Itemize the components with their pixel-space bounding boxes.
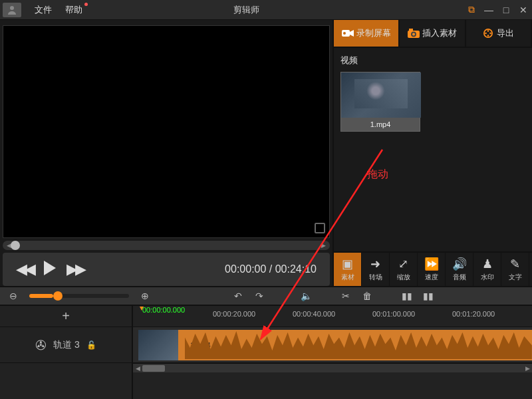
tool-text[interactable]: ✎文字: [501, 253, 529, 286]
track-name: 轨道 3: [53, 339, 80, 351]
cut-button[interactable]: ✂: [338, 288, 354, 304]
top-tabs: 录制屏幕 插入素材 导出: [334, 20, 532, 48]
tab-export[interactable]: 导出: [466, 20, 532, 47]
asset-panel: 视频 1.mp4 拖动: [334, 48, 532, 251]
rewind-button[interactable]: ◀◀: [16, 261, 33, 278]
menu-file[interactable]: 文件: [35, 4, 52, 16]
svg-point-10: [485, 33, 487, 35]
zoom-fill: [29, 294, 53, 298]
window-controls: ⧉ — □ ✕: [463, 0, 532, 20]
restore-window-button[interactable]: ⧉: [463, 0, 480, 20]
tab-record-screen[interactable]: 录制屏幕: [334, 20, 400, 47]
timeline: + ✇ 轨道 3 🔓 ▾ 00:00:00.000 00:00:20.000 0…: [0, 306, 532, 399]
fullscreen-icon[interactable]: [315, 223, 325, 233]
tab-import-label: 插入素材: [422, 27, 457, 39]
zoom-slider[interactable]: [29, 294, 129, 298]
tool-material-label: 素材: [341, 273, 354, 282]
speed-icon: ⏩: [424, 257, 439, 271]
svg-point-8: [487, 30, 489, 32]
zoom-thumb[interactable]: [53, 291, 63, 301]
waveform-icon: [185, 330, 532, 359]
tab-import-asset[interactable]: 插入素材: [400, 20, 466, 47]
redo-button[interactable]: ↷: [251, 288, 267, 304]
ruler-tick: 00:00:40.000: [293, 310, 335, 318]
ruler-tick: 00:00:20.000: [213, 310, 255, 318]
tool-watermark-label: 水印: [481, 273, 494, 282]
play-button[interactable]: [44, 261, 56, 278]
tool-scale[interactable]: ⤢缩放: [390, 253, 418, 286]
menu-help[interactable]: 帮助: [65, 4, 82, 16]
mid-toolbar: ▣素材 ➜转场 ⤢缩放 ⏩速度 🔊音频 ♟水印 ✎文字: [334, 251, 532, 286]
camera-folder-icon: [408, 29, 420, 38]
folder-camera-icon: ▣: [342, 257, 353, 271]
mute-button[interactable]: 🔈: [298, 288, 314, 304]
transport-bar: ◀◀ ▶▶ 00:00:00 / 00:24:10: [3, 253, 330, 286]
asset-thumbnail: [341, 72, 421, 118]
tool-watermark[interactable]: ♟水印: [473, 253, 501, 286]
speaker-icon: 🔊: [452, 257, 467, 271]
tool-speed[interactable]: ⏩速度: [418, 253, 446, 286]
asset-name: 1.mp4: [341, 118, 420, 131]
ruler-tick: 00:01:00.000: [372, 310, 415, 318]
play-icon: [44, 261, 56, 275]
tab-export-label: 导出: [497, 27, 514, 39]
titlebar: 文件 帮助 剪辑师 ⧉ — □ ✕: [0, 0, 532, 20]
asset-item[interactable]: 1.mp4: [340, 72, 420, 132]
zoom-out-button[interactable]: ⊖: [5, 288, 21, 304]
scrollbar-thumb[interactable]: [142, 365, 165, 372]
undo-button[interactable]: ↶: [230, 288, 246, 304]
tab-record-label: 录制屏幕: [356, 27, 391, 39]
timecode-display: 00:00:00 / 00:24:10: [225, 263, 317, 275]
tool-transition[interactable]: ➜转场: [362, 253, 390, 286]
fast-forward-button[interactable]: ▶▶: [66, 261, 84, 278]
timeline-clip[interactable]: 1.mp4: [138, 330, 532, 360]
seek-bar[interactable]: ◀ ▶: [3, 241, 330, 250]
tool-transition-label: 转场: [369, 273, 382, 282]
menu-help-label: 帮助: [65, 5, 82, 15]
svg-point-9: [487, 35, 489, 37]
seek-right-icon: ▶: [321, 242, 326, 249]
tool-audio[interactable]: 🔊音频: [446, 253, 473, 286]
scale-icon: ⤢: [398, 257, 408, 271]
main-area: ◀ ▶ ◀◀ ▶▶ 00:00:00 / 00:24:10 录制屏幕 插入素材 …: [0, 20, 532, 286]
track-header[interactable]: ✇ 轨道 3 🔓: [0, 327, 132, 363]
zoom-in-button[interactable]: ⊕: [137, 288, 153, 304]
asset-section-label: 视频: [340, 55, 525, 66]
svg-point-11: [490, 33, 492, 35]
levels-button-1[interactable]: ▮▮: [399, 288, 415, 304]
scroll-right-icon[interactable]: ▶: [523, 364, 532, 373]
timeline-toolbar: ⊖ ⊕ ↶ ↷ 🔈 ✂ 🗑 ▮▮ ▮▮: [0, 286, 532, 306]
tool-audio-label: 音频: [453, 273, 466, 282]
user-avatar[interactable]: [3, 3, 21, 17]
right-panel: 录制屏幕 插入素材 导出 视频 1.mp4 拖动 ▣素材 ➜转场 ⤢缩放 ⏩速度: [332, 20, 532, 286]
video-preview[interactable]: [3, 25, 330, 238]
delete-button[interactable]: 🗑: [359, 288, 375, 304]
track-lane[interactable]: 1.mp4: [133, 327, 532, 363]
tool-material[interactable]: ▣素材: [334, 253, 362, 286]
maximize-button[interactable]: □: [497, 0, 515, 20]
seek-thumb[interactable]: [11, 241, 20, 250]
preview-panel: ◀ ▶ ◀◀ ▶▶ 00:00:00 / 00:24:10: [0, 20, 332, 286]
add-track-button[interactable]: +: [0, 306, 132, 327]
tool-scale-label: 缩放: [397, 273, 410, 282]
levels-button-2[interactable]: ▮▮: [420, 288, 436, 304]
camcorder-icon: [342, 29, 354, 38]
svg-point-0: [10, 6, 14, 10]
tool-speed-label: 速度: [425, 273, 438, 282]
tool-text-label: 文字: [509, 273, 522, 282]
track-reel-icon: ✇: [35, 337, 47, 353]
film-reel-icon: [482, 29, 494, 38]
app-title: 剪辑师: [29, 4, 463, 16]
track-header-column: + ✇ 轨道 3 🔓: [0, 306, 133, 399]
time-ruler[interactable]: ▾ 00:00:00.000 00:00:20.000 00:00:40.000…: [133, 306, 532, 327]
close-button[interactable]: ✕: [515, 0, 532, 20]
clip-thumbnail: [138, 330, 178, 360]
track-body: ▾ 00:00:00.000 00:00:20.000 00:00:40.000…: [133, 306, 532, 399]
minimize-button[interactable]: —: [480, 0, 497, 20]
horizontal-scrollbar[interactable]: ◀ ▶: [133, 363, 532, 372]
pencil-icon: ✎: [510, 257, 520, 271]
unlock-icon[interactable]: 🔓: [86, 340, 96, 350]
notification-dot-icon: [84, 3, 88, 6]
scroll-left-icon[interactable]: ◀: [133, 364, 142, 373]
svg-point-2: [343, 32, 346, 35]
